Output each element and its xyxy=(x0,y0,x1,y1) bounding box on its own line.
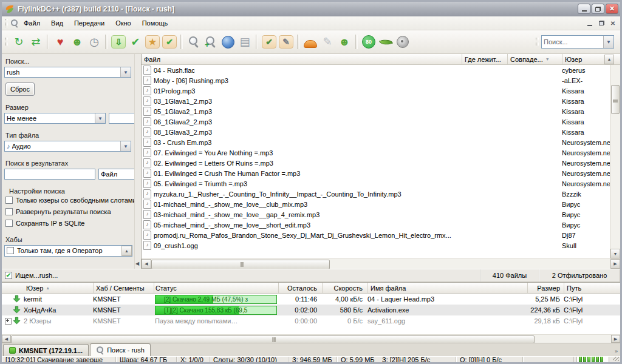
mdi-minimize-button[interactable] xyxy=(585,19,595,27)
results-scroll-down-button[interactable]: ▼ xyxy=(610,249,620,258)
column-header-left[interactable]: Осталось xyxy=(278,283,322,293)
results-vscroll-thumb[interactable] xyxy=(611,85,620,114)
result-row[interactable]: ♪promodj.ru_Roma_Pafos_Brandon_Stone_Sex… xyxy=(142,230,620,240)
results-scroll-left-button[interactable]: ◀ xyxy=(142,259,151,269)
column-header-match[interactable]: Совпаде...▼ xyxy=(507,54,562,64)
waiting-users-icon[interactable]: ★ xyxy=(144,33,161,50)
result-row[interactable]: ♪01. Evilwinged = Crush The Human Factor… xyxy=(142,168,620,178)
result-row[interactable]: ♪03_1Glava1_2.mp3Kissara xyxy=(142,96,620,106)
search-option-0[interactable]: Только юзеры со свободными слотами xyxy=(5,197,134,204)
filter-input[interactable] xyxy=(5,170,95,178)
expand-icon[interactable] xyxy=(5,318,12,325)
mdi-restore-button[interactable] xyxy=(596,19,606,27)
follow-redirect-icon[interactable]: ⇄ xyxy=(27,33,44,50)
result-row[interactable]: ♪06_1Glava2_2.mp3Kissara xyxy=(142,116,620,127)
menu-item-3[interactable]: Окно xyxy=(110,18,137,29)
size-value-input[interactable] xyxy=(109,115,134,122)
column-header-where[interactable]: Где лежит... xyxy=(462,54,507,64)
column-header-size[interactable]: Размер xyxy=(527,283,564,293)
finished-downloads-icon[interactable]: ✔ xyxy=(127,33,144,50)
search-term-input[interactable] xyxy=(5,69,120,76)
size-mode-dropdown-icon[interactable]: ▼ xyxy=(95,113,105,123)
result-row[interactable]: ♪09_crush1.oggSkull xyxy=(142,240,620,251)
column-header-tuser[interactable]: Юзер▲ xyxy=(2,283,93,293)
transfers-scroll-right-button[interactable]: ▶ xyxy=(611,335,620,343)
results-scroll-right-button[interactable]: ▶ xyxy=(610,259,620,269)
filetype-select[interactable]: ♪ ▼ xyxy=(4,141,131,152)
transfer-row[interactable]: ХоНдАчКаKMSNET[T][2] Скачано 155,83 кБ (… xyxy=(2,305,620,315)
results-scroll-up-button[interactable]: ▲ xyxy=(604,55,614,64)
result-row[interactable]: ♪05_1Glava2_1.mp3Kissara xyxy=(142,106,620,116)
search-spy-icon[interactable] xyxy=(219,33,236,50)
favorite-users-icon[interactable]: ☻ xyxy=(69,33,86,50)
result-row[interactable]: ♪05-michael_mind_-_show_me_love__short_e… xyxy=(142,220,620,230)
sidebar-splitter[interactable]: ◀ xyxy=(134,54,141,269)
hubs-list[interactable]: Только там, где я Оператор ▲ xyxy=(4,245,132,257)
reconnect-icon[interactable]: ↻ xyxy=(10,33,27,50)
search-option-2[interactable]: Сохранять IP в SQLite xyxy=(5,220,134,227)
column-header-status[interactable]: Статус xyxy=(154,283,278,293)
close-button[interactable]: ✕ xyxy=(606,4,618,14)
checkbox-icon[interactable] xyxy=(5,220,13,227)
results-hscroll-thumb[interactable] xyxy=(151,260,330,269)
restore-button[interactable] xyxy=(592,4,604,14)
hubs-scroll-up-button[interactable]: ▲ xyxy=(121,246,132,256)
result-row[interactable]: ♪03-michael_mind_-_show_me_love__gap_4_r… xyxy=(142,209,620,220)
mdi-search-window-icon[interactable] xyxy=(10,19,18,27)
resize-grip[interactable] xyxy=(612,357,620,362)
checkbox-icon[interactable] xyxy=(5,208,13,215)
finished-uploads-icon[interactable]: ✔ xyxy=(161,33,178,50)
transfer-row[interactable]: kermitKMSNET[2] Скачано 2,49 МБ (47,5%) … xyxy=(2,294,620,305)
reset-button[interactable]: Сброс xyxy=(5,83,35,96)
menu-item-0[interactable]: Файл xyxy=(18,18,46,29)
result-row[interactable]: ♪08_1Glava3_2.mp3Kissara xyxy=(142,127,620,137)
result-row[interactable]: ♪04 - Rush.flaccyberus xyxy=(142,65,620,75)
mdi-close-button[interactable]: ✕ xyxy=(608,19,618,27)
column-header-filename[interactable]: Имя файла xyxy=(367,283,527,293)
result-row[interactable]: ♪05. Evilwinged = Triumth =.mp3Neurosyst… xyxy=(142,178,620,189)
notepad-icon[interactable]: ✎ xyxy=(278,33,295,50)
quick-search-combobox[interactable]: ▼ xyxy=(541,35,614,49)
speed-limits-icon[interactable]: 80 xyxy=(360,33,377,50)
column-header-hub[interactable]: Хаб / Сегменты xyxy=(93,283,154,293)
away-mode-icon[interactable]: ☻ xyxy=(336,33,353,50)
sounds-icon[interactable] xyxy=(394,33,411,50)
hash-progress-icon[interactable] xyxy=(302,33,319,50)
result-row[interactable]: ♪01Prolog.mp3Kissara xyxy=(142,86,620,96)
checkbox-icon[interactable] xyxy=(7,247,14,254)
quick-search-input[interactable] xyxy=(542,38,603,46)
column-header-speed[interactable]: Скорость xyxy=(322,283,367,293)
result-row[interactable]: ♪07. Evilwinged = You Are Nothing =.mp3N… xyxy=(142,147,620,158)
plugins-leaf-icon[interactable] xyxy=(377,33,394,50)
settings-icon[interactable]: ✔ xyxy=(261,33,278,50)
result-row[interactable]: ♪myzuka.ru_1._Rusher_-_Counting_To_Infin… xyxy=(142,189,620,199)
transfers-scroll-left-button[interactable]: ◀ xyxy=(2,335,11,343)
column-header-path[interactable]: Путь xyxy=(564,283,620,293)
recent-hubs-icon[interactable]: ◷ xyxy=(86,33,103,50)
minimize-button[interactable] xyxy=(578,4,590,14)
transfers-horizontal-scrollbar[interactable]: ◀ ▶ xyxy=(2,334,620,343)
column-header-file[interactable]: Файл xyxy=(142,54,462,64)
network-stats-icon[interactable]: ▤ xyxy=(236,33,253,50)
toolbar-drag-handle[interactable] xyxy=(5,38,8,46)
size-mode-select[interactable]: ▼ xyxy=(4,113,106,124)
column-header-user[interactable]: Юзер xyxy=(562,54,604,64)
menubar-drag-handle[interactable] xyxy=(5,19,8,27)
tabs-overflow-icon[interactable]: » xyxy=(615,348,618,354)
results-vertical-scrollbar[interactable]: ▼ xyxy=(610,65,620,258)
quick-connect-icon[interactable]: ✎ xyxy=(319,33,336,50)
filetype-dropdown-icon[interactable]: ▼ xyxy=(120,141,131,151)
menu-item-4[interactable]: Помощь xyxy=(137,18,174,29)
searching-checkbox[interactable]: ✔ xyxy=(5,272,12,279)
quick-search-dropdown-icon[interactable]: ▼ xyxy=(603,36,613,48)
tab-hub[interactable]: KMSNET (172.19.1... xyxy=(3,344,89,356)
favorite-hubs-icon[interactable]: ♥ xyxy=(52,33,69,50)
download-queue-icon[interactable]: ⇩ xyxy=(110,33,127,50)
search-icon[interactable] xyxy=(185,33,202,50)
search-option-1[interactable]: Развернуть результаты поиска xyxy=(5,208,134,215)
menu-item-2[interactable]: Передачи xyxy=(69,18,110,29)
result-row[interactable]: ♪01-michael_mind_-_show_me_love__club_mi… xyxy=(142,199,620,209)
result-row[interactable]: ♪03 - Crush Em.mp3Neurosystem.net xyxy=(142,137,620,147)
search-term-dropdown-icon[interactable]: ▼ xyxy=(120,67,131,77)
splitter-collapse-icon[interactable]: ◀ xyxy=(135,261,139,266)
